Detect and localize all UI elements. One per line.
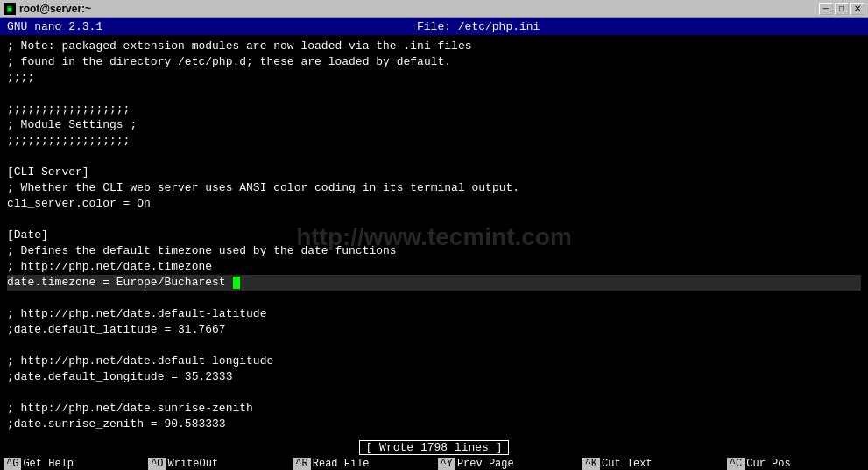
editor-line: ;date.default_longitude = 35.2333 [7,369,861,385]
close-button[interactable]: ✕ [850,3,864,15]
editor-line [7,385,861,401]
shortcut-key: ^O [148,458,166,470]
footer: ^GGet Help^OWriteOut^RRead File^YPrev Pa… [0,455,868,470]
editor-line: cli_server.color = On [7,196,861,212]
title-bar-left: ▣ root@server:~ [4,3,91,15]
editor-line: ; http://php.net/date.sunrise-zenith [7,401,861,417]
status-bar: [ Wrote 1798 lines ] [0,439,868,455]
minimize-button[interactable]: ─ [819,3,833,15]
terminal-icon: ▣ [4,3,16,15]
shortcut-label: Get Help [23,458,74,470]
editor[interactable]: http://www.tecmint.com ; Note: packaged … [0,35,868,439]
editor-line: ; http://php.net/date.default-longitude [7,354,861,369]
nano-version: GNU nano 2.3.1 [7,20,102,33]
editor-line [7,291,861,306]
status-badge: [ Wrote 1798 lines ] [359,440,508,455]
editor-line: [CLI Server] [7,165,861,180]
editor-line [7,86,861,102]
shortcut-key: ^R [293,458,310,470]
shortcut-label: Prev Page [457,458,514,470]
title-bar: ▣ root@server:~ ─ □ ✕ [0,0,868,18]
editor-line: ; Defines the default timezone used by t… [7,243,861,259]
nano-header: GNU nano 2.3.1 File: /etc/php.ini [0,18,868,35]
editor-line: ; Note: packaged extension modules are n… [7,39,861,54]
editor-line: ; http://php.net/date.default-latitude [7,306,861,322]
editor-line: ; Module Settings ; [7,117,861,133]
shortcut-item[interactable]: ^GGet Help [0,456,145,470]
maximize-button[interactable]: □ [835,3,849,15]
text-cursor [233,277,240,289]
editor-line: date.timezone = Europe/Bucharest [7,275,861,291]
editor-line [7,212,861,228]
nano-filename: File: /etc/php.ini [417,20,540,33]
shortcut-item[interactable]: ^KCut Text [579,456,723,470]
shortcut-key: ^C [727,458,745,470]
editor-line: ;;;;;;;;;;;;;;;;;; [7,133,861,149]
title-bar-controls: ─ □ ✕ [819,3,864,15]
editor-line: ;;;; [7,70,861,86]
editor-line: [Date] [7,228,861,243]
editor-line: ;date.default_latitude = 31.7667 [7,322,861,338]
shortcut-item[interactable]: ^CCur Pos [723,456,868,470]
shortcut-key: ^Y [438,458,455,470]
shortcut-item[interactable]: ^RRead File [289,456,434,470]
editor-line: ; http://php.net/date.timezone [7,259,861,275]
nano-header-right [854,20,861,33]
shortcut-item[interactable]: ^OWriteOut [145,456,289,470]
editor-line: ;;;;;;;;;;;;;;;;;; [7,102,861,117]
editor-line [7,149,861,165]
shortcut-label: Read File [313,458,370,470]
shortcut-label: Cur Pos [746,458,790,470]
title-bar-text: root@server:~ [19,3,91,15]
editor-line [7,338,861,354]
shortcut-label: WriteOut [168,458,219,470]
editor-lines: ; Note: packaged extension modules are n… [7,39,861,432]
editor-line: ;date.sunrise_zenith = 90.583333 [7,417,861,432]
shortcut-key: ^K [582,458,600,470]
shortcut-key: ^G [4,458,21,470]
shortcut-item[interactable]: ^YPrev Page [434,456,579,470]
editor-line: ; found in the directory /etc/php.d; the… [7,54,861,70]
editor-line: ; Whether the CLI web server uses ANSI c… [7,180,861,196]
shortcut-label: Cut Text [602,458,653,470]
